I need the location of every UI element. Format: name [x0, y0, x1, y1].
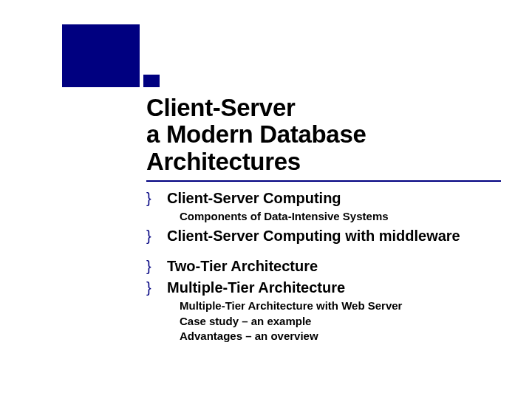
bullet-item: } Client-Server Computing with middlewar…: [146, 227, 508, 245]
bullet-text: Client-Server Computing: [167, 189, 341, 208]
sub-item: Components of Data-Intensive Systems: [180, 209, 508, 224]
bullet-icon: }: [146, 191, 167, 205]
title-line-2: a Modern Database: [146, 121, 486, 148]
slide: Client-Server a Modern Database Architec…: [0, 0, 532, 399]
bullet-icon: }: [146, 259, 167, 273]
bullet-item: } Two-Tier Architecture: [146, 257, 508, 276]
content-body: } Client-Server Computing Components of …: [146, 186, 508, 344]
decor-block-small: [143, 75, 160, 87]
title-line-1: Client-Server: [146, 95, 486, 121]
bullet-icon: }: [146, 228, 167, 243]
bullet-item: } Client-Server Computing: [146, 189, 508, 208]
sub-block: Components of Data-Intensive Systems: [180, 209, 508, 224]
sub-item: Multiple-Tier Architecture with Web Serv…: [180, 299, 508, 313]
bullet-text: Two-Tier Architecture: [167, 257, 318, 276]
sub-block: Multiple-Tier Architecture with Web Serv…: [180, 299, 508, 344]
sub-item: Advantages – an overview: [180, 329, 508, 344]
bullet-item: } Multiple-Tier Architecture: [146, 279, 508, 297]
bullet-text: Client-Server Computing with middleware: [167, 227, 460, 245]
title-underline: [146, 180, 501, 182]
bullet-icon: }: [146, 280, 167, 295]
slide-title: Client-Server a Modern Database Architec…: [146, 95, 486, 175]
sub-item: Case study – an example: [180, 314, 508, 329]
bullet-text: Multiple-Tier Architecture: [167, 279, 345, 297]
decor-block-large: [62, 24, 140, 87]
title-line-3: Architectures: [146, 149, 486, 175]
